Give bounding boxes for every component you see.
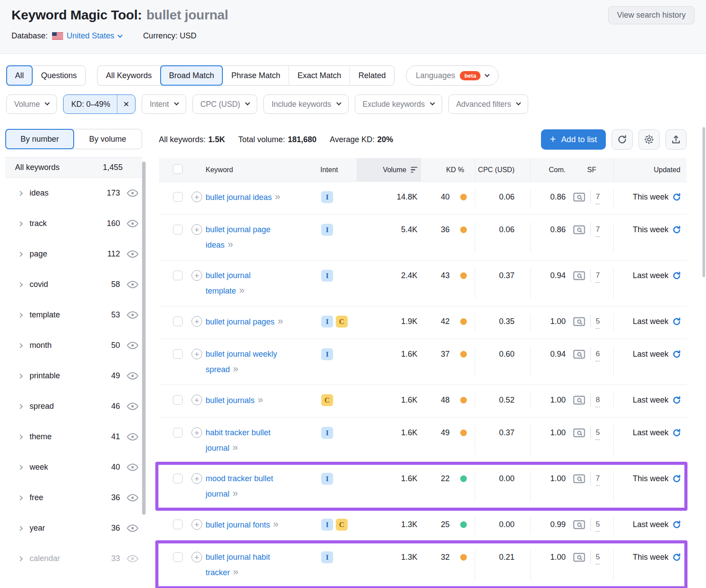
sidebar-group-year[interactable]: year36 [5, 513, 142, 543]
column-header-intent[interactable]: Intent [316, 166, 357, 174]
row-checkbox[interactable] [173, 552, 183, 562]
filter-cpc-usd[interactable]: CPC (USD) [192, 94, 257, 114]
eye-icon[interactable] [126, 554, 139, 563]
sidebar-group-printable[interactable]: printable49 [5, 361, 142, 391]
double-chevron-icon[interactable]: » [239, 285, 244, 296]
sidebar-group-track[interactable]: track160 [5, 208, 142, 239]
column-header-sf[interactable]: SF [570, 158, 613, 182]
serp-preview-icon[interactable] [573, 519, 586, 530]
eye-icon[interactable] [126, 250, 139, 258]
tab-phrase-match[interactable]: Phrase Match [223, 66, 289, 85]
plus-circle-icon[interactable]: + [192, 349, 202, 359]
double-chevron-icon[interactable]: » [233, 488, 238, 499]
eye-icon[interactable] [126, 372, 139, 380]
serp-preview-icon[interactable] [573, 224, 586, 235]
sf-count[interactable]: 7 [596, 223, 600, 237]
row-checkbox[interactable] [173, 225, 183, 234]
row-checkbox[interactable] [173, 271, 183, 280]
export-button[interactable] [665, 129, 687, 150]
tab-questions[interactable]: Questions [33, 66, 85, 85]
column-header-com[interactable]: Com. [530, 158, 570, 182]
tab-exact-match[interactable]: Exact Match [289, 66, 350, 85]
serp-preview-icon[interactable] [573, 552, 586, 563]
tab-all-keywords[interactable]: All Keywords [98, 66, 161, 85]
eye-icon[interactable] [126, 189, 139, 197]
plus-circle-icon[interactable]: + [192, 192, 202, 202]
double-chevron-icon[interactable]: » [278, 316, 283, 327]
double-chevron-icon[interactable]: » [275, 191, 280, 202]
tab-all[interactable]: All [7, 66, 33, 85]
keyword-link[interactable]: bullet journal fonts [206, 520, 270, 529]
double-chevron-icon[interactable]: » [233, 363, 238, 374]
refresh-keyword-button[interactable] [672, 550, 681, 567]
sidebar-toggle-by-number[interactable]: By number [6, 129, 74, 149]
eye-icon[interactable] [126, 402, 139, 411]
page-scrollbar[interactable] [702, 127, 705, 277]
refresh-button[interactable] [612, 129, 633, 150]
eye-icon[interactable] [126, 524, 139, 532]
column-header-updated[interactable]: Updated [613, 158, 687, 182]
row-checkbox[interactable] [173, 349, 183, 359]
refresh-keyword-button[interactable] [672, 392, 681, 410]
refresh-keyword-button[interactable] [672, 347, 681, 364]
double-chevron-icon[interactable]: » [233, 442, 238, 453]
serp-preview-icon[interactable] [573, 270, 586, 281]
sf-count[interactable]: 6 [596, 347, 600, 362]
sf-count[interactable]: 7 [596, 190, 600, 204]
plus-circle-icon[interactable]: + [192, 552, 202, 562]
sidebar-group-calendar[interactable]: calendar33 [5, 543, 142, 574]
sidebar-all-keywords-row[interactable]: All keywords 1,455 [5, 157, 142, 178]
sf-count[interactable]: 5 [596, 550, 600, 565]
sidebar-group-page[interactable]: page112 [5, 239, 142, 269]
refresh-keyword-button[interactable] [672, 314, 681, 331]
keyword-link[interactable]: bullet journal ideas [206, 193, 272, 202]
keyword-link[interactable]: bullet journals [206, 396, 255, 405]
plus-circle-icon[interactable]: + [192, 519, 202, 530]
double-chevron-icon[interactable]: » [258, 394, 263, 405]
plus-circle-icon[interactable]: + [192, 473, 202, 484]
tab-broad-match[interactable]: Broad Match [161, 66, 223, 85]
refresh-keyword-button[interactable] [672, 222, 681, 239]
filter-volume[interactable]: Volume [6, 94, 57, 114]
column-header-cpc[interactable]: CPC (USD) [475, 158, 530, 182]
double-chevron-icon[interactable]: » [228, 239, 233, 250]
plus-circle-icon[interactable]: + [192, 427, 202, 438]
eye-icon[interactable] [126, 280, 139, 289]
filter-include-keywords[interactable]: Include keywords [263, 94, 348, 114]
sidebar-group-covid[interactable]: covid58 [5, 269, 142, 300]
serp-preview-icon[interactable] [573, 316, 586, 327]
plus-circle-icon[interactable]: + [192, 270, 202, 281]
row-checkbox[interactable] [173, 192, 183, 202]
serp-preview-icon[interactable] [573, 427, 586, 438]
sidebar-group-week[interactable]: week40 [5, 452, 142, 482]
column-header-kd[interactable]: KD % [421, 166, 475, 174]
eye-icon[interactable] [126, 433, 139, 441]
eye-icon[interactable] [126, 219, 139, 228]
serp-preview-icon[interactable] [573, 192, 586, 203]
refresh-keyword-button[interactable] [672, 517, 681, 534]
refresh-keyword-button[interactable] [672, 268, 681, 285]
sidebar-group-spread[interactable]: spread46 [5, 391, 142, 422]
serp-preview-icon[interactable] [573, 473, 586, 484]
filter-advanced-filters[interactable]: Advanced filters [448, 94, 529, 114]
sidebar-toggle-by-volume[interactable]: By volume [74, 129, 142, 149]
add-to-list-button[interactable]: + Add to list [541, 129, 606, 150]
keyword-link[interactable]: mood tracker bullet journal [206, 474, 273, 498]
plus-circle-icon[interactable]: + [192, 316, 202, 327]
sidebar-scrollbar[interactable] [142, 162, 146, 515]
keyword-link[interactable]: bullet journal page ideas [206, 225, 270, 249]
serp-preview-icon[interactable] [573, 349, 586, 360]
row-checkbox[interactable] [173, 317, 183, 326]
sf-count[interactable]: 7 [596, 472, 600, 486]
double-chevron-icon[interactable]: » [273, 519, 278, 530]
filter-kd-0-49[interactable]: KD: 0–49%✕ [63, 94, 135, 114]
refresh-keyword-button[interactable] [672, 471, 681, 488]
sidebar-group-month[interactable]: month50 [5, 330, 142, 361]
sidebar-group-ideas[interactable]: ideas173 [5, 178, 142, 208]
row-checkbox[interactable] [173, 395, 183, 405]
row-checkbox[interactable] [173, 520, 183, 529]
eye-icon[interactable] [126, 341, 139, 350]
languages-dropdown[interactable]: Languages beta [406, 65, 499, 86]
keyword-link[interactable]: habit tracker bullet journal [206, 428, 270, 452]
column-header-volume[interactable]: Volume [357, 158, 421, 182]
